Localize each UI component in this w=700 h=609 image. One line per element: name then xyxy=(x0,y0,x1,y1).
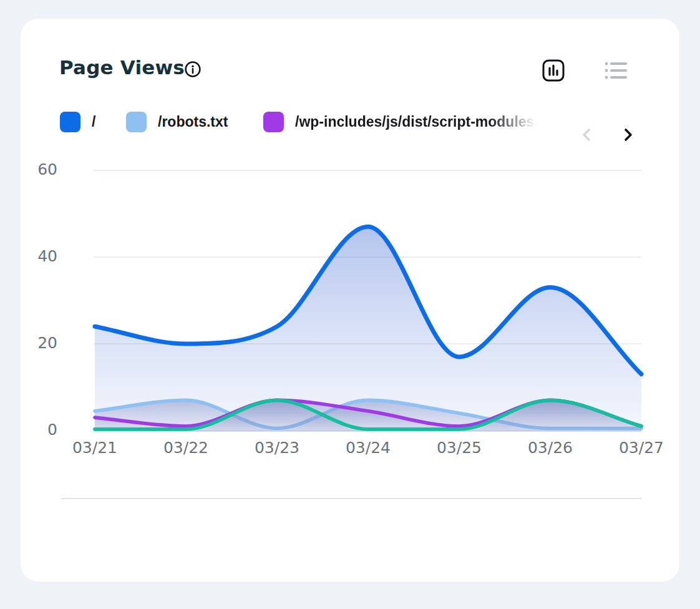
y-axis-label: 60 xyxy=(24,160,57,178)
legend-swatch xyxy=(263,112,284,132)
bar-chart-icon xyxy=(541,58,566,83)
x-axis-label: 03/25 xyxy=(422,439,497,457)
y-axis-label: 40 xyxy=(24,247,57,265)
x-axis-label: 03/22 xyxy=(148,439,223,457)
x-axis-label: 03/27 xyxy=(604,439,679,457)
chart-view-button[interactable] xyxy=(541,58,566,83)
info-circle-icon xyxy=(184,61,202,78)
legend-swatch xyxy=(60,112,80,132)
list-icon xyxy=(602,59,630,82)
legend-label: / xyxy=(92,114,95,130)
page-views-widget: Page Views / /robots.txt xyxy=(0,0,700,609)
legend-item-root[interactable]: / xyxy=(60,112,95,132)
legend-label: /wp-includes/js/dist/script-modules/ xyxy=(295,114,538,130)
page-views-chart[interactable] xyxy=(0,0,700,609)
legend-item-wp-includes[interactable]: /wp-includes/js/dist/script-modules/ xyxy=(263,112,538,132)
y-axis-label: 0 xyxy=(24,421,57,439)
x-axis-label: 03/21 xyxy=(57,439,132,457)
y-axis-label: 20 xyxy=(24,334,57,352)
chevron-right-icon xyxy=(618,125,637,144)
legend-item-robots-txt[interactable]: /robots.txt xyxy=(126,112,228,132)
page-title: Page Views xyxy=(59,56,185,79)
info-button[interactable] xyxy=(184,61,202,78)
x-axis-label: 03/24 xyxy=(331,439,406,457)
x-axis-label: 03/23 xyxy=(240,439,314,457)
x-axis-label: 03/26 xyxy=(513,439,588,457)
divider xyxy=(61,498,642,499)
legend-label: /robots.txt xyxy=(158,114,228,130)
legend-prev-button[interactable] xyxy=(578,125,596,144)
legend-swatch xyxy=(126,112,147,132)
list-view-button[interactable] xyxy=(602,59,627,84)
legend-next-button[interactable] xyxy=(618,125,637,144)
chevron-left-icon xyxy=(578,125,596,144)
